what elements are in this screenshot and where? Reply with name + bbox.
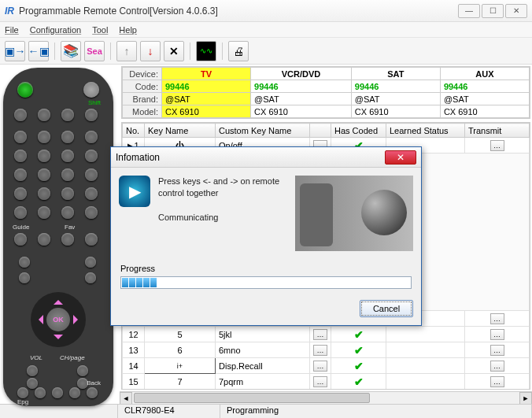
remote-vol-down[interactable] <box>27 378 38 389</box>
remote-key[interactable] <box>85 257 96 268</box>
col-transmit[interactable]: Transmit <box>465 124 530 138</box>
remote-key[interactable] <box>38 150 50 162</box>
remote-key[interactable] <box>61 150 74 162</box>
col-has-coded[interactable]: Has Coded <box>331 124 386 138</box>
remote-power-button[interactable] <box>17 82 33 98</box>
dpad-ok-button[interactable]: OK <box>46 308 70 331</box>
menu-file[interactable]: File <box>5 25 19 35</box>
remote-fav-button[interactable] <box>61 233 74 246</box>
toolbar-search-icon[interactable]: Sea <box>84 41 105 61</box>
transmit-button[interactable]: … <box>490 345 504 356</box>
code-cell[interactable]: 99446 <box>351 80 440 93</box>
remote-key[interactable] <box>61 187 74 200</box>
close-button[interactable]: ✕ <box>505 4 527 18</box>
col-custom-name[interactable]: Custom Key Name <box>216 124 310 138</box>
remote-transport[interactable] <box>17 387 28 398</box>
toolbar-read-chip-icon[interactable]: ▣→ <box>5 41 25 61</box>
col-no[interactable]: No. <box>123 124 145 138</box>
remote-key[interactable] <box>14 206 27 219</box>
menu-tool[interactable]: Tool <box>92 25 108 35</box>
code-cell[interactable]: 99446 <box>162 80 251 93</box>
remote-key[interactable] <box>14 168 27 181</box>
remote-key[interactable] <box>14 150 27 162</box>
dpad-up-icon[interactable] <box>54 295 63 305</box>
remote-key[interactable] <box>38 187 50 200</box>
remote-key[interactable] <box>38 233 50 246</box>
remote-key[interactable] <box>85 272 96 283</box>
transmit-button[interactable]: … <box>490 329 504 340</box>
brand-cell[interactable]: @SAT <box>251 93 352 105</box>
toolbar-print-icon[interactable]: 🖨 <box>228 41 249 61</box>
remote-ch-up[interactable] <box>77 365 88 376</box>
remote-transport[interactable] <box>87 387 98 398</box>
remote-key[interactable] <box>61 206 74 219</box>
scroll-thumb[interactable] <box>134 393 370 403</box>
code-cell[interactable]: 99446 <box>251 80 352 93</box>
edit-button[interactable]: … <box>313 345 327 356</box>
remote-key[interactable] <box>19 272 30 283</box>
scroll-left-icon[interactable]: ◄ <box>120 392 132 404</box>
device-col-sat[interactable]: SAT <box>351 68 440 80</box>
model-cell[interactable]: CX 6910 <box>351 105 440 118</box>
remote-shift-button[interactable] <box>83 82 99 98</box>
remote-guide-button[interactable] <box>14 233 27 246</box>
dpad-left-icon[interactable] <box>34 315 43 324</box>
table-row[interactable]: 12 5 5jkl … ✔ … <box>123 327 530 342</box>
edit-button[interactable]: … <box>313 329 327 340</box>
dialog-close-button[interactable]: ✕ <box>385 150 416 165</box>
transmit-button[interactable]: … <box>490 376 504 387</box>
brand-cell[interactable]: @SAT <box>440 93 529 105</box>
col-learned[interactable]: Learned Status <box>386 124 465 138</box>
table-row[interactable]: 14 i+ Disp.Recall … ✔ … <box>123 358 530 374</box>
toolbar-up-icon[interactable]: ↑ <box>116 41 137 61</box>
transmit-button[interactable]: … <box>490 140 504 151</box>
remote-transport[interactable] <box>35 387 46 398</box>
brand-cell[interactable]: @SAT <box>162 93 251 105</box>
remote-dev-3[interactable] <box>61 109 74 121</box>
device-col-aux[interactable]: AUX <box>440 68 529 80</box>
remote-key[interactable] <box>85 206 98 219</box>
remote-transport[interactable] <box>69 387 80 398</box>
edit-button[interactable]: … <box>313 376 327 387</box>
maximize-button[interactable]: ☐ <box>482 4 504 18</box>
cancel-button[interactable]: Cancel <box>360 300 413 317</box>
brand-cell[interactable]: @SAT <box>351 93 440 105</box>
remote-dev-1[interactable] <box>14 109 27 121</box>
remote-dev-2[interactable] <box>38 109 50 121</box>
remote-key[interactable] <box>85 131 98 143</box>
toolbar-delete-icon[interactable]: ✕ <box>164 41 184 61</box>
remote-key[interactable] <box>85 187 98 200</box>
model-cell[interactable]: CX 6910 <box>440 105 529 118</box>
scroll-right-icon[interactable]: ► <box>519 392 532 404</box>
edit-button[interactable]: … <box>313 361 327 372</box>
model-cell[interactable]: CX 6910 <box>162 105 251 118</box>
device-col-vcr[interactable]: VCR/DVD <box>251 68 352 80</box>
menu-configuration[interactable]: Configuration <box>30 25 81 35</box>
dpad-down-icon[interactable] <box>54 335 63 344</box>
table-row[interactable]: 13 6 6mno … ✔ … <box>123 342 530 358</box>
transmit-button[interactable]: … <box>490 361 504 372</box>
menu-help[interactable]: Help <box>119 25 137 35</box>
toolbar-down-icon[interactable]: ↓ <box>140 41 161 61</box>
remote-key[interactable] <box>19 257 30 268</box>
remote-key[interactable] <box>61 131 74 143</box>
remote-transport[interactable] <box>52 387 63 398</box>
device-col-tv[interactable]: TV <box>162 68 251 80</box>
remote-key[interactable] <box>38 168 50 181</box>
toolbar-library-icon[interactable]: 📚 <box>61 41 81 61</box>
horizontal-scrollbar[interactable]: ◄ ► <box>120 391 532 404</box>
remote-vol-up[interactable] <box>27 365 38 376</box>
remote-key[interactable] <box>14 187 27 200</box>
remote-key[interactable] <box>85 233 98 246</box>
toolbar-write-chip-icon[interactable]: ←▣ <box>28 41 49 61</box>
remote-dev-4[interactable] <box>85 109 98 121</box>
remote-key[interactable] <box>85 150 98 162</box>
remote-key[interactable] <box>14 131 27 143</box>
remote-key[interactable] <box>85 168 98 181</box>
dpad-right-icon[interactable] <box>73 315 83 324</box>
col-key-name[interactable]: Key Name <box>145 124 216 138</box>
model-cell[interactable]: CX 6910 <box>251 105 352 118</box>
remote-key[interactable] <box>38 131 50 143</box>
toolbar-wave-icon[interactable]: ∿∿ <box>196 41 216 61</box>
code-cell[interactable]: 99446 <box>440 80 529 93</box>
